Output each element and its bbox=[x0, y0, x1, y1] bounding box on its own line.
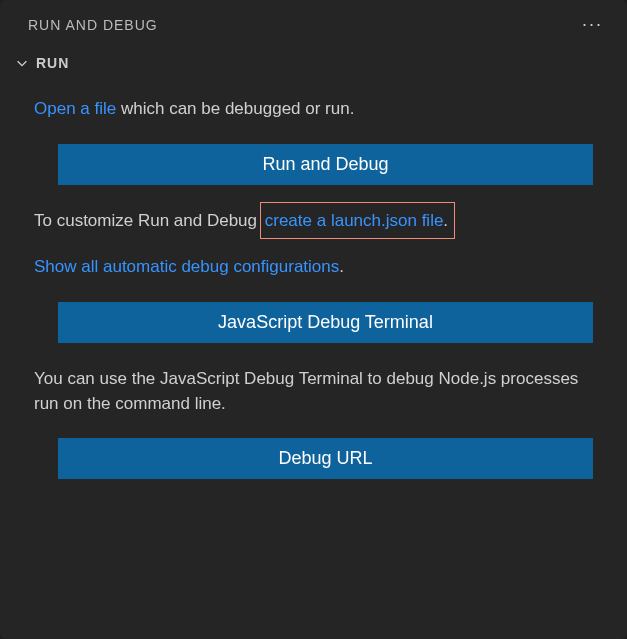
show-all-configs-post: . bbox=[339, 257, 344, 276]
more-actions-icon[interactable]: ··· bbox=[582, 14, 607, 35]
create-launch-highlight: create a launch.json file. bbox=[260, 202, 455, 239]
show-all-configs-line: Show all automatic debug configurations. bbox=[34, 255, 593, 280]
show-all-configs-link[interactable]: Show all automatic debug configurations bbox=[34, 257, 339, 276]
run-and-debug-button[interactable]: Run and Debug bbox=[58, 144, 593, 185]
panel-header: RUN AND DEBUG ··· bbox=[0, 0, 627, 45]
js-terminal-description: You can use the JavaScript Debug Termina… bbox=[34, 367, 593, 416]
chevron-down-icon bbox=[14, 55, 30, 71]
customize-text-pre: To customize Run and Debug bbox=[34, 211, 262, 230]
debug-url-button[interactable]: Debug URL bbox=[58, 438, 593, 479]
panel-title: RUN AND DEBUG bbox=[28, 17, 158, 33]
open-file-text: which can be debugged or run. bbox=[116, 99, 354, 118]
section-title: RUN bbox=[36, 55, 69, 71]
section-run-header[interactable]: RUN bbox=[0, 45, 627, 85]
open-file-link[interactable]: Open a file bbox=[34, 99, 116, 118]
open-file-prompt: Open a file which can be debugged or run… bbox=[34, 97, 593, 122]
customize-prompt: To customize Run and Debug create a laun… bbox=[34, 209, 593, 234]
create-launch-json-link[interactable]: create a launch.json file bbox=[265, 211, 444, 230]
run-content: Open a file which can be debugged or run… bbox=[0, 85, 627, 523]
js-debug-terminal-button[interactable]: JavaScript Debug Terminal bbox=[58, 302, 593, 343]
run-debug-panel: RUN AND DEBUG ··· RUN Open a file which … bbox=[0, 0, 627, 639]
customize-text-post: . bbox=[443, 211, 448, 230]
